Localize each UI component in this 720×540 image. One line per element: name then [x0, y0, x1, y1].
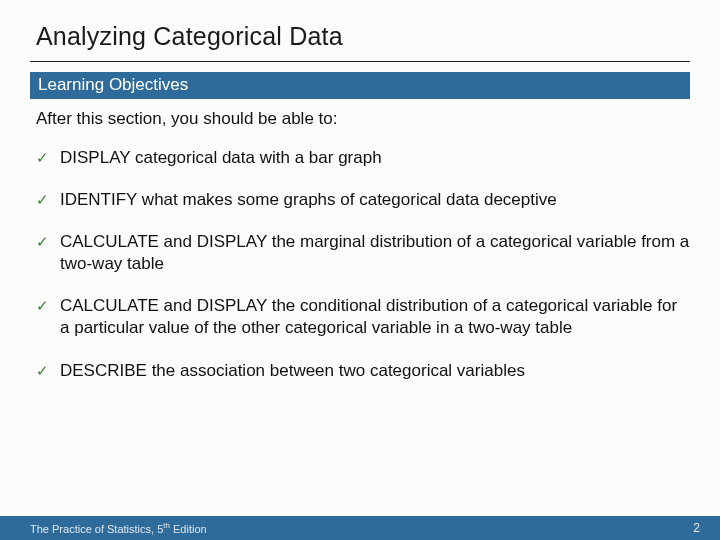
objective-text: DISPLAY categorical data with a bar grap…	[60, 147, 690, 169]
checkmark-icon: ✓	[36, 360, 60, 381]
list-item: ✓ DISPLAY categorical data with a bar gr…	[36, 147, 690, 169]
title-block: Analyzing Categorical Data	[0, 0, 720, 57]
footer-ordinal: th	[163, 521, 170, 530]
footer-book-suffix: Edition	[170, 523, 207, 535]
page-number: 2	[693, 521, 700, 535]
intro-text: After this section, you should be able t…	[36, 109, 690, 129]
objective-text: CALCULATE and DISPLAY the marginal distr…	[60, 231, 690, 275]
checkmark-icon: ✓	[36, 231, 60, 252]
subtitle-bar: Learning Objectives	[30, 72, 690, 99]
list-item: ✓ CALCULATE and DISPLAY the conditional …	[36, 295, 690, 339]
footer-bar: The Practice of Statistics, 5th Edition …	[0, 516, 720, 540]
checkmark-icon: ✓	[36, 189, 60, 210]
objectives-list: ✓ DISPLAY categorical data with a bar gr…	[36, 147, 690, 402]
list-item: ✓ CALCULATE and DISPLAY the marginal dis…	[36, 231, 690, 275]
footer-book-title: The Practice of Statistics, 5th Edition	[30, 521, 207, 535]
title-divider	[30, 61, 690, 62]
list-item: ✓ DESCRIBE the association between two c…	[36, 360, 690, 382]
objective-text: DESCRIBE the association between two cat…	[60, 360, 690, 382]
objective-text: IDENTIFY what makes some graphs of categ…	[60, 189, 690, 211]
list-item: ✓ IDENTIFY what makes some graphs of cat…	[36, 189, 690, 211]
page-title: Analyzing Categorical Data	[36, 22, 690, 51]
slide-content: Analyzing Categorical Data Learning Obje…	[0, 0, 720, 540]
checkmark-icon: ✓	[36, 295, 60, 316]
footer-book-prefix: The Practice of Statistics, 5	[30, 523, 163, 535]
checkmark-icon: ✓	[36, 147, 60, 168]
objective-text: CALCULATE and DISPLAY the conditional di…	[60, 295, 690, 339]
